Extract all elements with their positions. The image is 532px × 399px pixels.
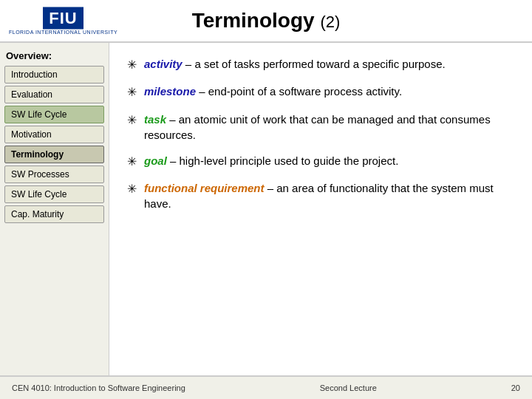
- footer-course: CEN 4010: Introduction to Software Engin…: [12, 383, 185, 392]
- term-activity: activity: [144, 58, 183, 70]
- sidebar-item-motivation[interactable]: Motivation: [4, 126, 104, 143]
- logo-wrapper: FIU FLORIDA INTERNATIONAL UNIVERSITY: [9, 7, 117, 35]
- sidebar-item-sw-processes[interactable]: SW Processes: [4, 166, 104, 183]
- term-goal: goal: [144, 154, 167, 167]
- term-goal-rest: – high-level principle used to guide the…: [167, 154, 399, 167]
- bullet-star-3: ✳: [127, 112, 137, 129]
- footer-lecture: Second Lecture: [320, 383, 377, 392]
- page-title: Terminology (2): [192, 9, 341, 33]
- list-item: ✳ activity – a set of tasks performed to…: [127, 56, 514, 73]
- bullet-star-4: ✳: [127, 154, 137, 170]
- bullet-text-1: activity – a set of tasks performed towa…: [144, 56, 446, 72]
- term-task: task: [144, 113, 166, 126]
- list-item: ✳ goal – high-level principle used to gu…: [127, 153, 514, 170]
- sidebar-item-sw-life-cycle[interactable]: SW Life Cycle: [4, 106, 104, 123]
- logo-area: FIU FLORIDA INTERNATIONAL UNIVERSITY: [9, 7, 117, 35]
- sidebar: Overview: Introduction Evaluation SW Lif…: [0, 43, 109, 375]
- sidebar-item-introduction[interactable]: Introduction: [4, 66, 104, 83]
- term-functional-requirement: functional requirement: [144, 182, 265, 194]
- sidebar-item-cap-maturity[interactable]: Cap. Maturity: [4, 205, 104, 223]
- content-area: ✳ activity – a set of tasks performed to…: [109, 43, 532, 375]
- sidebar-item-terminology[interactable]: Terminology: [4, 146, 104, 163]
- sidebar-item-evaluation[interactable]: Evaluation: [4, 86, 104, 103]
- term-task-rest: – an atomic unit of work that can be man…: [144, 113, 491, 141]
- list-item: ✳ task – an atomic unit of work that can…: [127, 112, 514, 143]
- bullet-star-1: ✳: [127, 57, 137, 73]
- title-number: (2): [320, 13, 340, 31]
- term-activity-rest: – a set of tasks performed toward a spec…: [183, 58, 446, 70]
- footer: CEN 4010: Introduction to Software Engin…: [0, 375, 532, 399]
- list-item: ✳ functional requirement – an area of fu…: [127, 180, 514, 211]
- logo-subtitle: FLORIDA INTERNATIONAL UNIVERSITY: [9, 30, 117, 35]
- bullet-text-2: milestone – end-point of a software proc…: [144, 83, 402, 99]
- footer-page-number: 20: [511, 383, 520, 392]
- sidebar-item-sw-life-cycle-2[interactable]: SW Life Cycle: [4, 185, 104, 203]
- list-item: ✳ milestone – end-point of a software pr…: [127, 83, 514, 100]
- main-area: Overview: Introduction Evaluation SW Lif…: [0, 43, 532, 375]
- bullet-text-3: task – an atomic unit of work that can b…: [144, 112, 514, 143]
- header: FIU FLORIDA INTERNATIONAL UNIVERSITY Ter…: [0, 0, 532, 43]
- term-milestone-rest: – end-point of a software process activi…: [196, 85, 402, 98]
- bullet-text-5: functional requirement – an area of func…: [144, 180, 514, 211]
- bullet-star-5: ✳: [127, 181, 137, 197]
- term-milestone: milestone: [144, 85, 196, 98]
- bullet-star-2: ✳: [127, 84, 137, 100]
- bullet-list: ✳ activity – a set of tasks performed to…: [127, 56, 514, 211]
- sidebar-section-label: Overview:: [4, 50, 104, 61]
- bullet-text-4: goal – high-level principle used to guid…: [144, 153, 398, 168]
- title-text: Terminology: [192, 9, 315, 32]
- fiu-logo: FIU: [43, 7, 83, 30]
